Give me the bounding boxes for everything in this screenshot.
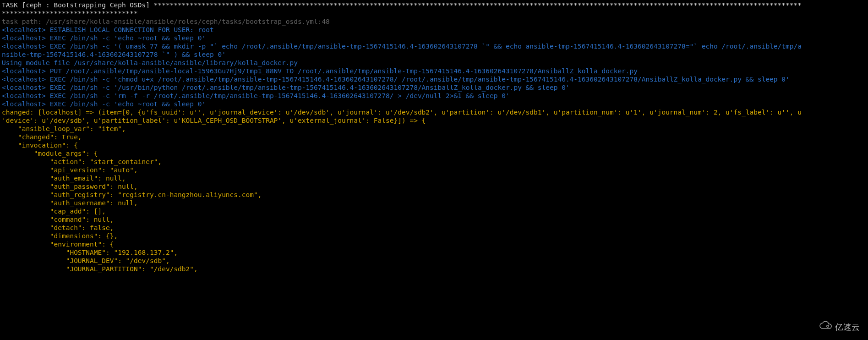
terminal-line: "environment": { <box>2 240 866 248</box>
terminal-line: <localhost> ESTABLISH LOCAL CONNECTION F… <box>2 26 866 34</box>
terminal-line: <localhost> EXEC /bin/sh -c 'chmod u+x /… <box>2 75 866 83</box>
terminal-line: "invocation": { <box>2 141 866 149</box>
terminal-line: <localhost> PUT /root/.ansible/tmp/ansib… <box>2 67 866 75</box>
terminal-line: task path: /usr/share/kolla-ansible/ansi… <box>2 17 866 26</box>
terminal-line: "ansible_loop_var": "item", <box>2 125 866 133</box>
terminal-line: ********************************** <box>2 9 866 17</box>
terminal-line: <localhost> EXEC /bin/sh -c 'echo ~root … <box>2 34 866 42</box>
terminal-line: "module_args": { <box>2 149 866 158</box>
terminal-line: <localhost> EXEC /bin/sh -c 'echo ~root … <box>2 100 866 108</box>
cloud-icon <box>819 321 832 333</box>
watermark: 亿速云 <box>819 321 860 333</box>
terminal-line: "auth_registry": "registry.cn-hangzhou.a… <box>2 191 866 199</box>
terminal-line: "JOURNAL_PARTITION": "/dev/sdb2", <box>2 265 866 273</box>
terminal-line: "changed": true, <box>2 133 866 141</box>
terminal-line: Using module file /usr/share/kolla-ansib… <box>2 59 866 67</box>
terminal-line: "detach": false, <box>2 224 866 232</box>
terminal-line: 'device': u'/dev/sdb', u'partition_label… <box>2 116 866 125</box>
terminal-line: <localhost> EXEC /bin/sh -c '/usr/bin/py… <box>2 83 866 92</box>
terminal-line: "dimensions": {}, <box>2 232 866 240</box>
svg-point-0 <box>827 325 829 327</box>
terminal-line: "command": null, <box>2 215 866 224</box>
terminal-line: nsible-tmp-1567415146.4-163602643107278 … <box>2 50 866 59</box>
terminal-line: "auth_username": null, <box>2 199 866 207</box>
terminal-line: "action": "start_container", <box>2 158 866 166</box>
terminal-line: <localhost> EXEC /bin/sh -c '( umask 77 … <box>2 42 866 50</box>
terminal-line: "api_version": "auto", <box>2 166 866 174</box>
terminal-line: "cap_add": [], <box>2 207 866 215</box>
terminal-line: "HOSTNAME": "192.168.137.2", <box>2 248 866 257</box>
watermark-text: 亿速云 <box>835 322 860 333</box>
terminal-line: TASK [ceph : Bootstrapping Ceph OSDs] **… <box>2 1 866 9</box>
terminal-line: "auth_email": null, <box>2 174 866 182</box>
terminal-output: TASK [ceph : Bootstrapping Ceph OSDs] **… <box>0 0 868 274</box>
terminal-line: changed: [localhost] => (item=[0, {u'fs_… <box>2 108 866 116</box>
terminal-line: <localhost> EXEC /bin/sh -c 'rm -f -r /r… <box>2 92 866 100</box>
terminal-line: "JOURNAL_DEV": "/dev/sdb", <box>2 257 866 265</box>
terminal-line: "auth_password": null, <box>2 182 866 191</box>
